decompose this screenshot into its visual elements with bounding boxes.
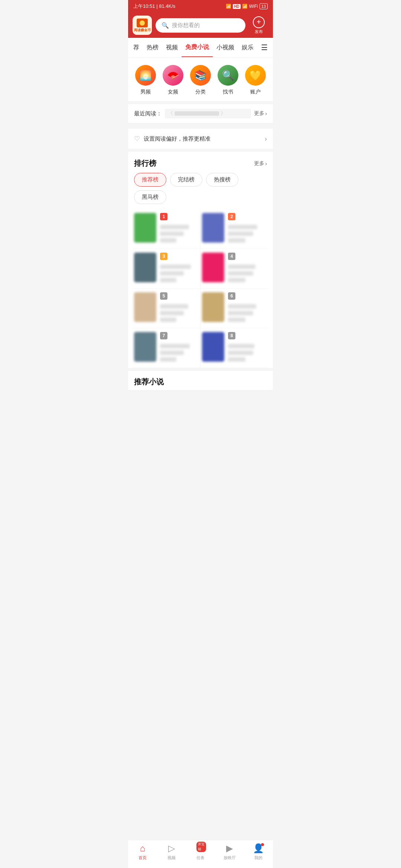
classify-icon: 📚: [190, 65, 211, 86]
book-cover-6: [202, 292, 224, 322]
filter-completed[interactable]: 完结榜: [170, 173, 202, 187]
category-female[interactable]: 🪭 女频: [163, 65, 183, 95]
book-title-3: [160, 264, 191, 269]
female-icon: 🪭: [163, 65, 183, 86]
next-section: 推荐小说: [128, 371, 273, 390]
signal-icon: 📶: [226, 4, 231, 9]
book-item-2[interactable]: 2: [200, 209, 268, 249]
status-icons: 📶 HD 📶 WiFi 13: [226, 3, 268, 9]
book-info-6: 6: [228, 292, 267, 324]
chevron-right-icon: ›: [265, 111, 267, 116]
filter-recommended[interactable]: 推荐榜: [134, 173, 166, 187]
rankings-more-button[interactable]: 更多 ›: [254, 160, 267, 167]
rank-badge-4: 4: [228, 253, 235, 260]
book-title-7: [160, 344, 190, 348]
category-classify[interactable]: 📚 分类: [190, 65, 211, 95]
hd-icon: HD: [233, 4, 240, 9]
publish-button[interactable]: + 发布: [249, 16, 268, 35]
tab-short-video[interactable]: 小视频: [213, 39, 238, 57]
book-desc-1: [160, 231, 184, 236]
book-desc-8: [228, 351, 253, 355]
category-row: 🌅 男频 🪭 女频 📚 分类 🔍 找书 💛 账户: [128, 57, 273, 101]
tab-free-novel[interactable]: 免费小说: [182, 38, 213, 57]
book-info-5: 5: [160, 292, 196, 324]
book-tag-2: [228, 238, 245, 243]
arrow-right-icon: ›: [265, 135, 267, 143]
book-item-7[interactable]: 7: [133, 328, 200, 368]
book-item-6[interactable]: 6: [200, 289, 268, 328]
book-item-5[interactable]: 5: [133, 289, 200, 328]
book-info-2: 2: [228, 213, 267, 245]
book-cover-5: [134, 292, 156, 322]
rank-badge-5: 5: [160, 292, 167, 300]
rankings-title: 排行榜: [134, 158, 156, 168]
menu-icon[interactable]: ☰: [257, 38, 271, 57]
tab-entertainment[interactable]: 娱乐: [238, 39, 257, 57]
chevron-right-icon2: ›: [265, 161, 267, 167]
book-info-7: 7: [160, 332, 196, 364]
divider2: [128, 149, 273, 152]
filter-dark-horse[interactable]: 黑马榜: [134, 190, 166, 204]
signal2-icon: 📶: [242, 4, 248, 9]
book-desc-7: [160, 351, 184, 355]
book-title-5: [160, 304, 188, 309]
book-item-8[interactable]: 8: [200, 328, 268, 368]
book-item-1[interactable]: 1: [133, 209, 200, 249]
search-bar[interactable]: 🔍 搜你想看的: [156, 18, 245, 33]
book-cover-1: [134, 213, 156, 243]
battery-icon: 13: [260, 3, 268, 9]
recent-label: 最近阅读：: [134, 110, 162, 117]
book-info-8: 8: [228, 332, 267, 364]
preference-text: 设置阅读偏好，推荐更精准: [144, 135, 261, 142]
rank-badge-7: 7: [160, 332, 167, 339]
find-book-icon: 🔍: [218, 65, 238, 86]
rank-filters: 推荐榜 完结榜 热搜榜 黑马榜: [128, 173, 273, 209]
logo-button[interactable]: 阅读赚金币: [133, 16, 152, 35]
book-cover-8: [202, 332, 224, 362]
book-tag-4: [228, 278, 245, 282]
book-tag-7: [160, 357, 176, 362]
category-find-book[interactable]: 🔍 找书: [218, 65, 238, 95]
next-section-title: 推荐小说: [134, 378, 164, 386]
recent-book-title[interactable]: 《 》: [165, 109, 251, 118]
rank-badge-2: 2: [228, 213, 235, 220]
book-desc-3: [160, 271, 184, 276]
category-account[interactable]: 💛 账户: [245, 65, 266, 95]
book-tag-1: [160, 238, 176, 243]
book-desc-2: [228, 231, 253, 236]
book-desc-5: [160, 311, 184, 315]
rankings-header: 排行榜 更多 ›: [128, 152, 273, 173]
book-desc-4: [228, 271, 253, 276]
rank-badge-8: 8: [228, 332, 235, 339]
book-info-4: 4: [228, 253, 267, 285]
book-tag-3: [160, 278, 176, 282]
rank-badge-6: 6: [228, 292, 235, 300]
book-info-1: 1: [160, 213, 196, 245]
category-male[interactable]: 🌅 男频: [135, 65, 156, 95]
book-info-3: 3: [160, 253, 196, 285]
preference-banner[interactable]: ♡ 设置阅读偏好，推荐更精准 ›: [128, 129, 273, 149]
account-icon: 💛: [245, 65, 266, 86]
nav-tabs: 荐 热榜 视频 免费小说 小视频 娱乐 ☰: [128, 38, 273, 57]
book-tag-6: [228, 318, 245, 322]
wifi-icon: WiFi: [249, 4, 258, 9]
book-cover-2: [202, 213, 224, 243]
book-title-6: [228, 304, 256, 309]
filter-trending[interactable]: 热搜榜: [206, 173, 238, 187]
status-time-speed: 上午10:51 | 81.4K/s: [133, 3, 175, 10]
heart-icon: ♡: [134, 135, 140, 143]
search-placeholder: 搜你想看的: [172, 22, 200, 29]
divider: [128, 123, 273, 126]
book-cover-3: [134, 253, 156, 282]
tab-recommend[interactable]: 荐: [130, 39, 143, 57]
book-list: 1 2 3: [128, 209, 273, 368]
book-item-4[interactable]: 4: [200, 249, 268, 289]
tab-video[interactable]: 视频: [162, 39, 182, 57]
header: 阅读赚金币 🔍 搜你想看的 + 发布: [128, 13, 273, 38]
plus-icon: +: [253, 16, 265, 28]
tab-hot[interactable]: 热榜: [143, 39, 162, 57]
book-item-3[interactable]: 3: [133, 249, 200, 289]
recent-more-button[interactable]: 更多 ›: [254, 110, 267, 117]
book-cover-4: [202, 253, 224, 282]
male-icon: 🌅: [135, 65, 156, 86]
